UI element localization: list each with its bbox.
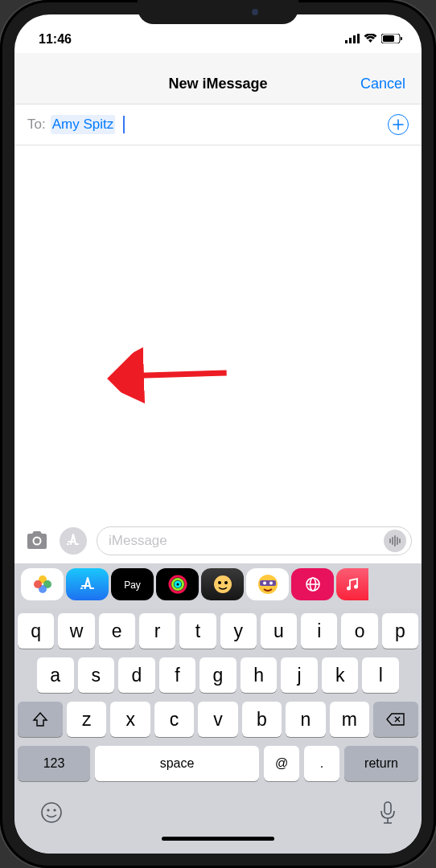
emoji-button[interactable]	[40, 801, 63, 827]
microphone-icon	[380, 801, 396, 824]
camera-icon	[24, 530, 50, 551]
key-g[interactable]: g	[199, 657, 237, 693]
key-y[interactable]: y	[220, 613, 257, 649]
message-content-area	[14, 145, 422, 520]
key-a[interactable]: a	[37, 657, 74, 693]
key-w[interactable]: w	[58, 613, 94, 649]
svg-point-17	[214, 575, 232, 593]
backspace-icon	[386, 712, 405, 727]
message-placeholder: iMessage	[109, 533, 167, 549]
key-n[interactable]: n	[286, 702, 325, 737]
key-d[interactable]: d	[118, 657, 155, 693]
audio-record-button[interactable]	[384, 530, 406, 552]
key-r[interactable]: r	[139, 613, 175, 649]
to-label: To:	[27, 117, 46, 133]
shift-key[interactable]	[18, 702, 63, 737]
key-i[interactable]: i	[301, 613, 337, 649]
key-k[interactable]: k	[322, 657, 359, 693]
text-cursor	[123, 116, 125, 133]
animoji-icon	[256, 572, 280, 596]
key-p[interactable]: p	[382, 613, 418, 649]
home-indicator[interactable]	[162, 837, 274, 841]
svg-rect-32	[385, 802, 391, 814]
page-title: New iMessage	[168, 76, 267, 92]
svg-line-7	[133, 327, 227, 421]
numbers-key[interactable]: 123	[18, 746, 90, 781]
svg-rect-1	[349, 38, 352, 43]
key-b[interactable]: b	[242, 702, 282, 737]
app-drawer-button[interactable]	[60, 527, 87, 555]
key-q[interactable]: q	[18, 613, 54, 649]
screen: 11:46 New iMessage Cancel To: Amy Spitz	[14, 14, 422, 854]
search-app-button[interactable]	[291, 568, 334, 600]
key-e[interactable]: e	[99, 613, 135, 649]
activity-rings-icon	[167, 574, 188, 595]
battery-icon	[381, 32, 402, 47]
message-input-row: iMessage	[14, 520, 422, 563]
key-u[interactable]: u	[261, 613, 297, 649]
svg-point-15	[172, 579, 183, 590]
notch	[138, 0, 298, 24]
recipient-pill[interactable]: Amy Spitz	[51, 115, 116, 134]
keyboard-bottom-row	[18, 790, 418, 832]
key-f[interactable]: f	[159, 657, 196, 693]
space-key[interactable]: space	[95, 746, 259, 781]
status-icons	[345, 32, 402, 47]
at-key[interactable]: @	[264, 746, 299, 781]
camera-button[interactable]	[24, 530, 50, 551]
message-input[interactable]: iMessage	[97, 526, 412, 555]
svg-point-9	[35, 538, 40, 544]
svg-point-19	[224, 581, 228, 584]
music-note-icon	[344, 576, 360, 592]
svg-point-27	[347, 587, 351, 591]
applepay-label: Pay	[124, 579, 141, 591]
svg-point-16	[175, 582, 180, 587]
svg-point-30	[47, 809, 49, 811]
memoji-app-button[interactable]	[201, 568, 244, 600]
emoji-icon	[40, 801, 63, 824]
dot-key[interactable]: .	[304, 746, 339, 781]
key-c[interactable]: c	[154, 702, 194, 737]
photos-app-button[interactable]	[21, 568, 64, 600]
key-m[interactable]: m	[330, 702, 369, 737]
add-recipient-button[interactable]	[388, 114, 409, 135]
search-globe-icon	[304, 575, 322, 593]
backspace-key[interactable]	[373, 702, 418, 737]
key-t[interactable]: t	[179, 613, 216, 649]
key-s[interactable]: s	[78, 657, 115, 693]
key-l[interactable]: l	[362, 657, 399, 693]
svg-rect-6	[401, 37, 402, 40]
to-field-row[interactable]: To: Amy Spitz	[14, 104, 422, 145]
header: New iMessage Cancel	[14, 53, 422, 104]
key-o[interactable]: o	[341, 613, 377, 649]
appstore-icon-small	[65, 533, 81, 549]
svg-rect-0	[345, 40, 348, 43]
key-v[interactable]: v	[198, 702, 237, 737]
key-h[interactable]: h	[241, 657, 278, 693]
cancel-button[interactable]: Cancel	[360, 76, 405, 92]
memoji-icon	[211, 572, 235, 596]
svg-point-29	[42, 803, 61, 822]
activity-app-button[interactable]	[156, 568, 199, 600]
key-j[interactable]: j	[281, 657, 318, 693]
svg-rect-21	[260, 580, 276, 586]
applepay-app-button[interactable]: Pay	[111, 568, 154, 600]
shift-icon	[32, 712, 48, 727]
imessage-app-strip[interactable]: Pay	[14, 563, 422, 608]
key-row-3: z x c v b n m	[18, 702, 418, 737]
svg-rect-5	[383, 35, 394, 42]
waveform-icon	[389, 535, 401, 547]
dictation-button[interactable]	[380, 801, 396, 827]
animoji-app-button[interactable]	[246, 568, 289, 600]
music-app-button[interactable]	[336, 568, 368, 600]
key-x[interactable]: x	[110, 702, 150, 737]
svg-rect-3	[357, 34, 360, 43]
photos-icon	[33, 575, 52, 594]
key-row-1: q w e r t y u i o p	[18, 613, 418, 649]
time-label: 11:46	[39, 32, 72, 47]
wifi-icon	[364, 32, 377, 47]
key-z[interactable]: z	[67, 702, 106, 737]
appstore-app-button[interactable]	[66, 568, 109, 600]
return-key[interactable]: return	[344, 746, 418, 781]
plus-icon	[393, 119, 404, 130]
